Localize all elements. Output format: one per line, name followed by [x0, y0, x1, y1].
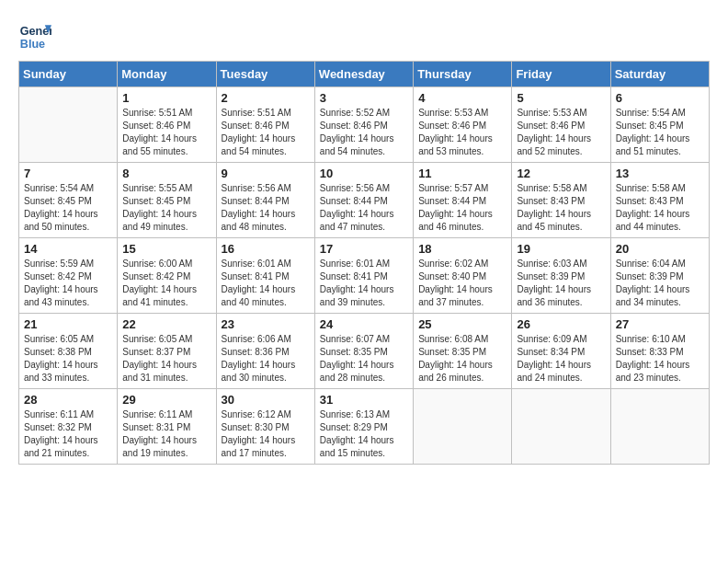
calendar-cell: 12 Sunrise: 5:58 AMSunset: 8:43 PMDaylig…	[512, 163, 610, 238]
day-number: 8	[122, 167, 210, 180]
day-number: 5	[517, 91, 605, 105]
calendar-cell: 21 Sunrise: 6:05 AMSunset: 8:38 PMDaylig…	[19, 314, 118, 389]
day-info: Sunrise: 6:10 AMSunset: 8:33 PMDaylight:…	[616, 333, 704, 385]
calendar-cell: 13 Sunrise: 5:58 AMSunset: 8:43 PMDaylig…	[610, 163, 709, 238]
day-info: Sunrise: 5:52 AMSunset: 8:46 PMDaylight:…	[320, 107, 408, 158]
calendar-cell: 4 Sunrise: 5:53 AMSunset: 8:46 PMDayligh…	[414, 87, 512, 163]
day-info: Sunrise: 5:57 AMSunset: 8:44 PMDaylight:…	[418, 182, 506, 234]
day-number: 3	[320, 91, 408, 105]
calendar-cell: 9 Sunrise: 5:56 AMSunset: 8:44 PMDayligh…	[216, 163, 314, 238]
day-number: 6	[616, 91, 704, 105]
day-info: Sunrise: 6:03 AMSunset: 8:39 PMDaylight:…	[517, 258, 605, 309]
day-number: 29	[122, 393, 210, 407]
day-number: 16	[222, 242, 310, 256]
day-info: Sunrise: 5:51 AMSunset: 8:46 PMDaylight:…	[122, 107, 210, 158]
day-number: 12	[517, 167, 605, 180]
header: General Blue	[18, 18, 710, 52]
calendar-cell: 25 Sunrise: 6:08 AMSunset: 8:35 PMDaylig…	[414, 314, 512, 389]
day-number: 14	[24, 242, 112, 256]
day-info: Sunrise: 6:13 AMSunset: 8:29 PMDaylight:…	[320, 408, 408, 460]
calendar-cell: 10 Sunrise: 5:56 AMSunset: 8:44 PMDaylig…	[314, 163, 413, 238]
day-info: Sunrise: 5:58 AMSunset: 8:43 PMDaylight:…	[517, 182, 605, 234]
logo-icon: General Blue	[18, 18, 51, 52]
calendar-cell: 11 Sunrise: 5:57 AMSunset: 8:44 PMDaylig…	[414, 163, 512, 238]
day-info: Sunrise: 6:00 AMSunset: 8:42 PMDaylight:…	[122, 258, 210, 309]
day-info: Sunrise: 6:11 AMSunset: 8:31 PMDaylight:…	[122, 408, 210, 460]
day-info: Sunrise: 6:07 AMSunset: 8:35 PMDaylight:…	[320, 333, 408, 385]
day-info: Sunrise: 6:12 AMSunset: 8:30 PMDaylight:…	[222, 408, 310, 460]
calendar-header-tuesday: Tuesday	[216, 62, 314, 87]
calendar-header-wednesday: Wednesday	[314, 62, 413, 87]
calendar-header-monday: Monday	[118, 62, 216, 87]
calendar-cell	[512, 389, 610, 465]
day-number: 25	[418, 317, 506, 331]
calendar-cell: 20 Sunrise: 6:04 AMSunset: 8:39 PMDaylig…	[610, 238, 709, 314]
calendar-cell: 19 Sunrise: 6:03 AMSunset: 8:39 PMDaylig…	[512, 238, 610, 314]
calendar-cell: 30 Sunrise: 6:12 AMSunset: 8:30 PMDaylig…	[216, 389, 314, 465]
calendar-cell: 7 Sunrise: 5:54 AMSunset: 8:45 PMDayligh…	[19, 163, 118, 238]
day-number: 30	[222, 393, 310, 407]
calendar-cell	[414, 389, 512, 465]
calendar-cell: 23 Sunrise: 6:06 AMSunset: 8:36 PMDaylig…	[216, 314, 314, 389]
day-number: 20	[616, 242, 704, 256]
day-number: 9	[222, 167, 310, 180]
day-number: 13	[616, 167, 704, 180]
calendar-cell: 28 Sunrise: 6:11 AMSunset: 8:32 PMDaylig…	[19, 389, 118, 465]
day-info: Sunrise: 6:08 AMSunset: 8:35 PMDaylight:…	[418, 333, 506, 385]
day-info: Sunrise: 6:01 AMSunset: 8:41 PMDaylight:…	[320, 258, 408, 309]
calendar-cell: 29 Sunrise: 6:11 AMSunset: 8:31 PMDaylig…	[118, 389, 216, 465]
calendar-cell: 16 Sunrise: 6:01 AMSunset: 8:41 PMDaylig…	[216, 238, 314, 314]
day-info: Sunrise: 5:55 AMSunset: 8:45 PMDaylight:…	[122, 182, 210, 234]
day-number: 7	[24, 167, 112, 180]
day-info: Sunrise: 6:06 AMSunset: 8:36 PMDaylight:…	[222, 333, 310, 385]
day-info: Sunrise: 5:53 AMSunset: 8:46 PMDaylight:…	[418, 107, 506, 158]
calendar-cell: 22 Sunrise: 6:05 AMSunset: 8:37 PMDaylig…	[118, 314, 216, 389]
calendar-cell: 27 Sunrise: 6:10 AMSunset: 8:33 PMDaylig…	[610, 314, 709, 389]
day-info: Sunrise: 6:01 AMSunset: 8:41 PMDaylight:…	[222, 258, 310, 309]
calendar-cell: 8 Sunrise: 5:55 AMSunset: 8:45 PMDayligh…	[118, 163, 216, 238]
day-number: 27	[616, 317, 704, 331]
day-info: Sunrise: 6:09 AMSunset: 8:34 PMDaylight:…	[517, 333, 605, 385]
day-number: 17	[320, 242, 408, 256]
logo: General Blue	[18, 18, 51, 52]
day-number: 23	[222, 317, 310, 331]
calendar-cell: 18 Sunrise: 6:02 AMSunset: 8:40 PMDaylig…	[414, 238, 512, 314]
calendar-week-3: 14 Sunrise: 5:59 AMSunset: 8:42 PMDaylig…	[19, 238, 710, 314]
day-info: Sunrise: 5:56 AMSunset: 8:44 PMDaylight:…	[320, 182, 408, 234]
day-info: Sunrise: 6:04 AMSunset: 8:39 PMDaylight:…	[616, 258, 704, 309]
calendar-table: SundayMondayTuesdayWednesdayThursdayFrid…	[18, 61, 710, 465]
calendar-header-saturday: Saturday	[610, 62, 709, 87]
day-number: 31	[320, 393, 408, 407]
calendar-cell: 5 Sunrise: 5:53 AMSunset: 8:46 PMDayligh…	[512, 87, 610, 163]
calendar-cell: 24 Sunrise: 6:07 AMSunset: 8:35 PMDaylig…	[314, 314, 413, 389]
day-info: Sunrise: 5:58 AMSunset: 8:43 PMDaylight:…	[616, 182, 704, 234]
calendar-header-thursday: Thursday	[414, 62, 512, 87]
day-info: Sunrise: 6:11 AMSunset: 8:32 PMDaylight:…	[24, 408, 112, 460]
calendar-cell: 14 Sunrise: 5:59 AMSunset: 8:42 PMDaylig…	[19, 238, 118, 314]
day-info: Sunrise: 5:59 AMSunset: 8:42 PMDaylight:…	[24, 258, 112, 309]
calendar-cell	[610, 389, 709, 465]
day-info: Sunrise: 6:02 AMSunset: 8:40 PMDaylight:…	[418, 258, 506, 309]
day-number: 2	[222, 91, 310, 105]
day-number: 26	[517, 317, 605, 331]
day-number: 21	[24, 317, 112, 331]
calendar-cell: 26 Sunrise: 6:09 AMSunset: 8:34 PMDaylig…	[512, 314, 610, 389]
day-info: Sunrise: 5:54 AMSunset: 8:45 PMDaylight:…	[616, 107, 704, 158]
svg-text:Blue: Blue	[20, 38, 45, 51]
calendar-cell: 17 Sunrise: 6:01 AMSunset: 8:41 PMDaylig…	[314, 238, 413, 314]
day-info: Sunrise: 5:56 AMSunset: 8:44 PMDaylight:…	[222, 182, 310, 234]
calendar-cell	[19, 87, 118, 163]
day-info: Sunrise: 5:51 AMSunset: 8:46 PMDaylight:…	[222, 107, 310, 158]
day-number: 19	[517, 242, 605, 256]
day-number: 4	[418, 91, 506, 105]
calendar-cell: 15 Sunrise: 6:00 AMSunset: 8:42 PMDaylig…	[118, 238, 216, 314]
calendar-header-sunday: Sunday	[19, 62, 118, 87]
day-info: Sunrise: 6:05 AMSunset: 8:37 PMDaylight:…	[122, 333, 210, 385]
calendar-cell: 31 Sunrise: 6:13 AMSunset: 8:29 PMDaylig…	[314, 389, 413, 465]
day-info: Sunrise: 5:53 AMSunset: 8:46 PMDaylight:…	[517, 107, 605, 158]
calendar-week-1: 1 Sunrise: 5:51 AMSunset: 8:46 PMDayligh…	[19, 87, 710, 163]
day-number: 15	[122, 242, 210, 256]
calendar-cell: 2 Sunrise: 5:51 AMSunset: 8:46 PMDayligh…	[216, 87, 314, 163]
calendar-week-2: 7 Sunrise: 5:54 AMSunset: 8:45 PMDayligh…	[19, 163, 710, 238]
calendar-cell: 6 Sunrise: 5:54 AMSunset: 8:45 PMDayligh…	[610, 87, 709, 163]
